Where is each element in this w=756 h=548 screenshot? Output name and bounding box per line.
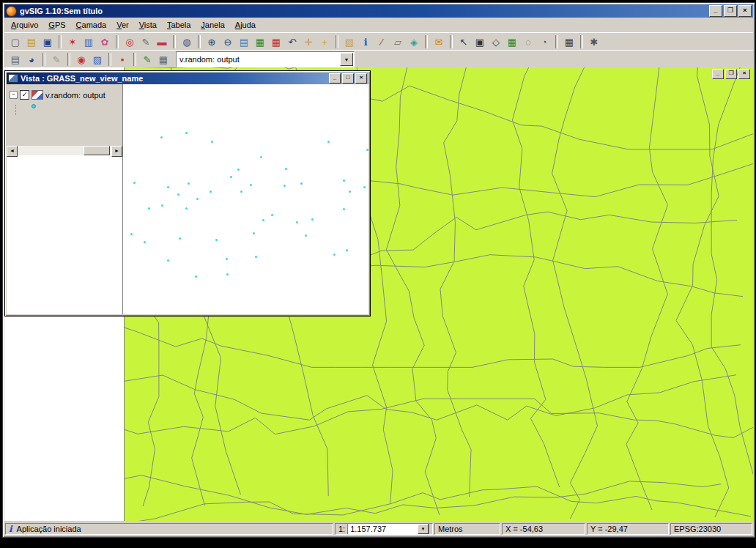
export-image-button[interactable]: ✿ [97,34,113,49]
menu-vista[interactable]: Vista [134,19,162,31]
zoom-full-extent-button[interactable]: ▦ [252,34,268,49]
export-view-button[interactable]: ▤ [7,52,23,67]
map-sheet-button[interactable]: ▥ [81,34,97,49]
point-symbol-icon [32,104,36,108]
zoom-to-selection-button[interactable]: ▦ [268,34,284,49]
combo-dropdown-icon[interactable]: ▼ [340,53,353,66]
vista-maximize-button[interactable]: □ [342,73,354,84]
edit-tools-button[interactable]: ✎ [48,52,64,67]
mdi-restore-button[interactable]: ❐ [725,69,737,79]
menu-arquivo[interactable]: Arquivo [6,19,43,31]
toolbar-separator [425,35,428,48]
snapping-button[interactable]: ▪ [114,52,130,67]
vista-minimize-button[interactable]: _ [329,73,341,84]
measure-distance-button[interactable]: ∕ [374,34,390,49]
boundary-line [125,67,748,69]
map-sheet-icon: ▥ [84,37,93,48]
show-attribute-table-button[interactable]: ▦ [155,52,171,67]
gps-track-button[interactable]: ▬ [154,34,170,49]
save-project-button[interactable]: ▣ [40,34,56,49]
annotate-button[interactable]: ✎ [138,34,154,49]
pan-button[interactable]: ✛ [300,34,316,49]
random-point [148,207,150,210]
layer-combo-value: v.random: output [179,55,240,64]
hyperlink-button[interactable]: ✉ [431,34,447,49]
new-document-icon: ▢ [11,37,20,48]
add-event-theme-button[interactable]: ✶ [64,34,81,49]
select-by-rectangle-button[interactable]: ▣ [472,34,488,49]
info-by-point-icon: ℹ [364,37,368,48]
gps-record-button[interactable]: ◎ [122,34,138,49]
layer-label[interactable]: v.random: output [45,91,105,100]
zoom-manager-button[interactable]: ▤ [236,34,252,49]
vista-toc[interactable]: − ✓ v.random: output ◄ [7,84,123,314]
random-point [215,239,218,241]
scale-zoom-button[interactable]: ◕ [23,52,40,67]
scroll-left-icon[interactable]: ◄ [7,146,18,157]
layer-row[interactable]: − ✓ v.random: output [10,90,122,100]
scale-combo[interactable]: 1.157.737 ▼ [347,523,429,535]
catalog-button[interactable]: ▧ [341,34,357,49]
vista-close-button[interactable]: × [355,73,367,84]
close-button[interactable]: × [738,5,752,17]
measure-area-button[interactable]: ▱ [390,34,406,49]
vista-body: − ✓ v.random: output ◄ [7,84,368,314]
menu-ajuda[interactable]: Ajuda [230,19,261,31]
zoom-previous-button[interactable]: ↶ [284,34,300,49]
random-point [160,136,163,138]
random-point [195,275,197,278]
locator-setup-button[interactable]: ◉ [73,52,89,67]
random-point [188,182,190,185]
info-by-point-button[interactable]: ℹ [357,34,374,49]
menu-camada[interactable]: Camada [71,19,112,31]
new-document-button[interactable]: ▢ [7,34,23,49]
random-point [271,214,273,216]
preferences-button[interactable]: ✱ [586,34,602,49]
vista-layer-tree[interactable]: − ✓ v.random: output [7,84,122,146]
restore-button[interactable]: ❐ [724,5,737,17]
epsg-cell[interactable]: EPSG:23030 [670,523,752,535]
open-project-button[interactable]: ▤ [23,34,40,49]
zoom-out-button[interactable]: ⊖ [220,34,236,49]
tree-expander-icon[interactable]: − [10,91,18,99]
menu-janela[interactable]: Janela [196,19,229,31]
title-bar[interactable]: gvSIG 1.10:Sem título _ ❐ × [4,4,753,18]
gps-record-icon: ◎ [125,37,133,48]
random-point [130,233,133,235]
select-by-polygon-button[interactable]: ◇ [488,34,504,49]
random-point [161,204,163,207]
menu-tabela[interactable]: Tabela [162,19,196,31]
add-image-layer-button[interactable]: ▨ [89,52,105,67]
mdi-close-button[interactable]: × [738,69,750,79]
mdi-minimize-button[interactable]: _ [712,69,724,79]
layer-checkbox[interactable]: ✓ [20,90,29,100]
add-layer-icon: + [322,37,327,48]
scroll-right-icon[interactable]: ► [111,146,122,157]
start-editing-button[interactable]: ✎ [139,52,155,67]
menu-gps[interactable]: GPS [43,19,70,31]
minimize-button[interactable]: _ [709,5,722,17]
search-zoom-button[interactable]: ◍ [179,34,195,49]
toc-horizontal-scrollbar[interactable]: ◄ ► [7,146,122,155]
random-point [167,259,169,262]
random-point [296,221,298,223]
select-zoom-button[interactable]: ◔ [536,34,552,49]
grid-tools-button[interactable]: ▦ [561,34,577,49]
zoom-in-button[interactable]: ⊕ [204,34,220,49]
clear-selection-button[interactable]: ◌ [520,34,536,49]
geoprocessing-button[interactable]: ◈ [406,34,422,49]
layer-combo[interactable]: v.random: output ▼ [176,51,355,67]
scroll-thumb[interactable] [84,146,110,155]
add-layer-button[interactable]: + [316,34,333,49]
vista-map-canvas[interactable] [124,84,368,314]
scale-dropdown-icon[interactable]: ▼ [418,524,429,534]
toolbar-separator [198,35,201,48]
random-point [210,190,212,193]
scroll-track[interactable] [18,146,111,155]
select-by-point-button[interactable]: ↖ [456,34,472,49]
menu-ver[interactable]: Ver [111,19,134,31]
vista-title-bar[interactable]: Vista : GRASS_new_view_name _ □ × [7,73,368,84]
select-by-layer-button[interactable]: ▦ [504,34,520,49]
random-point [333,253,336,256]
vista-window-icon [8,74,18,83]
